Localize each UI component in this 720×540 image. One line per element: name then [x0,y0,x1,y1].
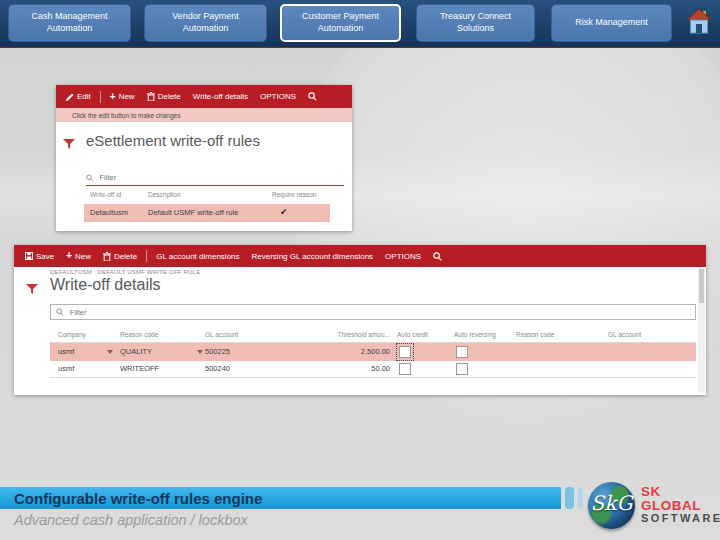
column-header-threshold-amount: Threshold amou... [314,331,390,338]
auto-credit-checkbox[interactable] [399,346,411,358]
plus-icon: + [66,251,72,261]
write-off-details-window: Save + New Delete GL account dimensions … [14,245,706,395]
headline-text: Configurable write-off rules engine [14,490,262,507]
gl-account-dimensions-label: GL account dimensions [156,252,239,261]
new-label: New [119,92,135,101]
description-cell: Default USMF write-off rule [148,208,238,217]
reason-code-cell: QUALITY [120,347,152,356]
plus-icon: + [110,92,116,102]
column-header-auto-reversing: Auto reversing [454,331,496,338]
gl-account-dimensions-button[interactable]: GL account dimensions [150,245,245,267]
trash-icon [147,92,155,101]
auto-credit-checkbox[interactable] [399,363,411,375]
new-label: New [75,252,91,261]
threshold-amount-cell: 50.00 [314,364,390,373]
chevron-down-icon[interactable] [197,350,203,354]
headline-bar-accent [578,487,583,509]
gl-account-cell: 500225 [205,347,230,356]
save-icon [25,252,33,260]
write-off-rules-window: Edit + New Delete Write-off details OPTI… [56,85,352,231]
column-header-description: Description [148,191,181,198]
filter-field[interactable] [50,304,696,320]
reversing-gl-account-dimensions-button[interactable]: Reversing GL account dimensions [246,245,380,267]
slide: Cash Management Automation Vendor Paymen… [0,0,720,540]
logo-name-bottom: SOFTWARE [641,513,720,525]
write-off-id-cell: Defaultusm [90,208,128,217]
write-off-rules-ribbon: Edit + New Delete Write-off details OPTI… [56,85,352,108]
require-reason-check-icon: ✔ [280,207,288,217]
delete-button[interactable]: Delete [141,85,187,108]
column-header-require-reason: Require reason [272,191,316,198]
search-icon [56,308,64,316]
scrollbar-thumb[interactable] [699,269,704,303]
auto-reversing-checkbox[interactable] [456,346,468,358]
filter-funnel-icon [26,284,38,295]
column-header-write-off-id: Write-off id [90,191,121,198]
page-title: eSettlement write-off rules [86,132,260,149]
delete-label: Delete [114,252,137,261]
tab-treasury-connect-solutions[interactable]: Treasury Connect Solutions [416,4,535,42]
breadcrumb: DEFAULTUSM : DEFAULT USMF WRITE OFF RULE [50,269,200,275]
edit-hint-message: Click the edit button to make changes [56,108,352,122]
search-icon [86,174,94,182]
page-title: Write-off details [50,276,161,294]
search-icon [433,252,442,261]
filter-field[interactable] [86,170,344,186]
gl-account-cell: 500240 [205,364,230,373]
threshold-amount-cell: 2,500.00 [314,347,390,356]
headline-bar: Configurable write-off rules engine [0,487,561,509]
filter-input[interactable] [68,307,695,318]
table-row[interactable]: usmf QUALITY 500225 2,500.00 [50,343,696,361]
logo-monogram: SkG [588,491,635,515]
filter-input[interactable] [98,172,344,183]
new-button[interactable]: + New [104,85,141,108]
column-header-gl-account-2: GL account [608,331,641,338]
logo-name-top: SK GLOBAL [641,485,720,513]
column-header-gl-account: GL account [205,331,238,338]
table-row[interactable]: Defaultusm Default USMF write-off rule ✔ [84,204,330,222]
options-label: OPTIONS [260,92,296,101]
ribbon-divider [100,91,101,103]
ribbon-divider [146,250,147,262]
save-button[interactable]: Save [19,245,60,267]
options-label: OPTIONS [385,252,421,261]
trash-icon [103,252,111,261]
table-row[interactable]: usmf WRITEOFF 500240 50.00 [50,361,696,378]
ribbon-search-button[interactable] [427,245,448,267]
globe-logo-icon: SkG [588,482,635,529]
write-off-details-button[interactable]: Write-off details [187,85,254,108]
column-header-reason-code-2: Reason code [516,331,554,338]
tab-cash-management-automation[interactable]: Cash Management Automation [8,4,131,42]
tab-vendor-payment-automation[interactable]: Vendor Payment Automation [144,4,267,42]
tab-risk-management[interactable]: Risk Management [551,4,672,42]
ribbon-search-button[interactable] [302,85,323,108]
search-icon [308,92,317,101]
options-button[interactable]: OPTIONS [254,85,302,108]
options-button[interactable]: OPTIONS [379,245,427,267]
tab-customer-payment-automation[interactable]: Customer Payment Automation [280,4,401,42]
home-icon[interactable] [686,7,712,39]
delete-label: Delete [158,92,181,101]
vertical-scrollbar[interactable] [698,268,705,393]
delete-button[interactable]: Delete [97,245,143,267]
edit-label: Edit [77,92,91,101]
company-cell: usmf [58,347,74,356]
sk-global-logo: SkG SK GLOBAL SOFTWARE [588,477,716,533]
column-header-reason-code: Reason code [120,331,158,338]
save-label: Save [36,252,54,261]
write-off-details-label: Write-off details [193,92,248,101]
column-header-company: Company [58,331,86,338]
top-navigation: Cash Management Automation Vendor Paymen… [0,0,720,48]
filter-funnel-icon [63,139,75,150]
reason-code-cell: WRITEOFF [120,364,159,373]
pencil-icon [66,93,74,101]
chevron-down-icon[interactable] [107,350,113,354]
auto-reversing-checkbox[interactable] [456,363,468,375]
new-button[interactable]: + New [60,245,97,267]
edit-button[interactable]: Edit [60,85,97,108]
table-header-row: Company Reason code GL account Threshold… [50,329,696,343]
subheadline-text: Advanced cash application / lockbox [14,512,248,528]
company-cell: usmf [58,364,74,373]
reversing-gl-account-dimensions-label: Reversing GL account dimensions [252,252,374,261]
write-off-details-ribbon: Save + New Delete GL account dimensions … [14,245,706,267]
